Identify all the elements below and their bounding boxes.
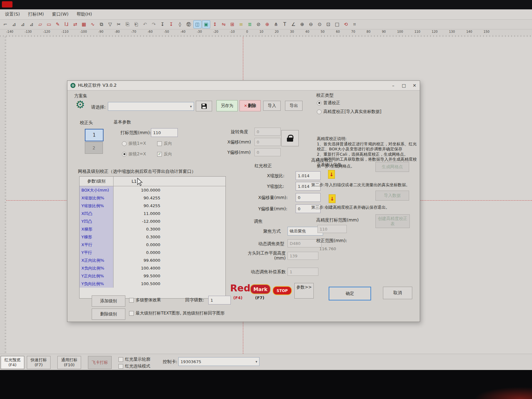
table-row[interactable]: X正向比例%99.6000: [80, 256, 225, 264]
head-2-button[interactable]: 2: [85, 142, 103, 154]
zoom-out-icon[interactable]: ⊖: [307, 20, 315, 28]
galvo2-radio[interactable]: 振镜2=X: [122, 151, 146, 157]
draw-box-icon[interactable]: ▭: [45, 20, 53, 28]
menu-window[interactable]: 窗口(W): [52, 12, 69, 17]
save-as-button[interactable]: 另存为: [216, 100, 238, 111]
table-row[interactable]: BOX大小(mm)100.0000: [80, 186, 225, 194]
menu-help[interactable]: 帮助(H): [77, 12, 92, 17]
caltype-high-radio[interactable]: 高精度校正[导入真实坐标数据]: [317, 109, 381, 114]
eraser-icon[interactable]: ◊: [176, 20, 184, 28]
max-level-checkbox[interactable]: 最大级别打标TEXT图形, 其他级别打标回字图形: [129, 310, 225, 316]
head-height-input[interactable]: 139: [288, 252, 318, 260]
ok-button[interactable]: 确定: [329, 287, 371, 300]
node-break-icon[interactable]: ⊿: [27, 20, 36, 28]
menu-mark[interactable]: 打标(M): [28, 12, 44, 17]
rotate-angle-input[interactable]: 0: [254, 128, 281, 136]
table-row[interactable]: X凹凸11.0000: [80, 210, 225, 217]
mark-range-input[interactable]: 110: [151, 128, 178, 137]
mark-button[interactable]: Mark: [250, 284, 271, 294]
dialog-titlebar[interactable]: ⚙ HL校正软件 V3.0.2 – □ ✕: [67, 81, 420, 90]
table-row[interactable]: Y负向比例%100.5000: [80, 280, 225, 288]
copy-icon[interactable]: ⎘: [123, 20, 132, 28]
params-expand-button[interactable]: 参数>>: [294, 283, 314, 299]
edit-12-icon[interactable]: ⑫: [185, 20, 193, 28]
reverse1-checkbox[interactable]: 反向: [157, 141, 172, 146]
multi-effect-checkbox[interactable]: 多级整体效果: [129, 297, 161, 303]
import-scheme-button[interactable]: 导入: [263, 101, 281, 111]
generate-grid-button[interactable]: 生成网格点: [375, 162, 409, 172]
lock-button[interactable]: [281, 130, 299, 146]
save-scheme-button[interactable]: [196, 101, 212, 111]
zoom-in-icon[interactable]: ⊕: [298, 20, 306, 28]
general-mark-button[interactable]: 通用打标 (F10): [57, 356, 81, 369]
delete-scheme-button[interactable]: ✕ 删除: [239, 100, 261, 111]
flip-horizontal-icon[interactable]: ⇋: [220, 20, 228, 28]
download-icon[interactable]: ↧: [158, 20, 167, 28]
redlight-xscale-input[interactable]: 1.014: [296, 171, 321, 180]
draw-pen-icon[interactable]: ✎: [54, 20, 62, 28]
redo-icon[interactable]: ↷: [150, 20, 158, 28]
funnel-icon[interactable]: ▽: [106, 20, 114, 28]
import-data-button[interactable]: 导入数据: [375, 191, 409, 201]
dyn-focus-comp-input[interactable]: 1: [288, 268, 318, 276]
redlight-xoffset-input[interactable]: 0: [296, 193, 321, 202]
add-level-button[interactable]: 添加级别: [92, 295, 125, 307]
flip-vertical-icon[interactable]: ↕: [211, 20, 219, 28]
fly-mark-button[interactable]: 飞卡打标: [88, 356, 112, 369]
node-edit-icon[interactable]: ⌐: [1, 20, 9, 28]
delete-level-button[interactable]: 删除级别: [92, 309, 125, 320]
gear-target-icon[interactable]: ⊕: [263, 20, 271, 28]
node-del-icon[interactable]: ⊿: [19, 20, 27, 28]
table-row[interactable]: Y梯形0.3000: [80, 233, 225, 241]
maximize-button[interactable]: □: [399, 81, 409, 90]
y-offset-input[interactable]: 0: [254, 148, 281, 156]
view-panel2-icon[interactable]: ▣: [202, 20, 210, 28]
draw-parallelogram-icon[interactable]: ▱: [36, 20, 44, 28]
head-1-button[interactable]: 1: [85, 129, 104, 141]
table-row[interactable]: Y凹凸-12.0000: [80, 217, 225, 225]
forbid-icon[interactable]: ⊘: [254, 20, 263, 28]
list-colors-icon[interactable]: ≣: [246, 20, 254, 28]
close-button[interactable]: ✕: [409, 81, 420, 90]
table-row[interactable]: X负向比例%100.4000: [80, 264, 225, 272]
loop-count-input[interactable]: 1: [208, 296, 231, 304]
zoom-window-icon[interactable]: ⊡: [324, 20, 332, 28]
table-row[interactable]: X缩放比例%90.4255: [80, 194, 225, 202]
scheme-combobox[interactable]: ▾: [108, 102, 194, 111]
export-scheme-button[interactable]: 导出: [285, 101, 302, 111]
red-continuous-checkbox[interactable]: 红光连续模式: [118, 363, 150, 369]
zoom-fit-icon[interactable]: ⊙: [316, 20, 324, 28]
text-tool-icon[interactable]: T: [281, 20, 289, 28]
table-row[interactable]: X梯形0.3000: [80, 225, 225, 233]
red-light-button[interactable]: Red: [230, 284, 250, 293]
node-tool-icon[interactable]: ⋔: [272, 20, 280, 28]
array-icon[interactable]: ⊞: [228, 20, 236, 28]
reverse2-checkbox[interactable]: ✓ 反向: [157, 151, 172, 157]
cancel-button[interactable]: 取消: [383, 287, 412, 299]
x-offset-input[interactable]: 0: [254, 138, 281, 146]
view-panel-icon[interactable]: ◫: [193, 20, 201, 28]
hp-range-input[interactable]: 110: [317, 225, 347, 233]
download-1001-icon[interactable]: ↧: [167, 20, 175, 28]
caltype-normal-radio[interactable]: 普通校正: [317, 100, 340, 106]
swap-arrows-icon[interactable]: ⇄: [71, 20, 79, 28]
table-row[interactable]: Y缩放比例%90.4255: [80, 202, 225, 210]
node-add-icon[interactable]: ⊿: [10, 20, 18, 28]
red-preview-button[interactable]: 红光预览 (F4): [1, 356, 24, 369]
cut-icon[interactable]: ✂: [115, 20, 123, 28]
table-row[interactable]: Y正向比例%99.5000: [80, 272, 225, 280]
table-row[interactable]: X平行0.0000: [80, 241, 225, 249]
select-rect-icon[interactable]: □: [333, 20, 341, 28]
create-hp-table-button[interactable]: 创建高精度校正表: [375, 214, 410, 228]
angle-tool-icon[interactable]: ∠: [289, 20, 297, 28]
control-card-dropdown[interactable]: 19303675 ▾: [178, 357, 259, 366]
equal-colors-icon[interactable]: ≡: [237, 20, 245, 28]
rotate-red-icon[interactable]: ⟲: [342, 20, 350, 28]
galvo1-radio[interactable]: 振镜1=X: [122, 141, 146, 146]
undo-icon[interactable]: ↶: [141, 20, 149, 28]
barcode-1001-icon[interactable]: Ⅰ⅃: [62, 20, 70, 28]
paste-icon[interactable]: ⎗: [132, 20, 140, 28]
table-row[interactable]: Y平行0.0000: [80, 249, 225, 256]
menu-settings[interactable]: 设置(S): [5, 12, 20, 17]
quick-mark-button[interactable]: 快速打标 (F7): [27, 356, 51, 369]
